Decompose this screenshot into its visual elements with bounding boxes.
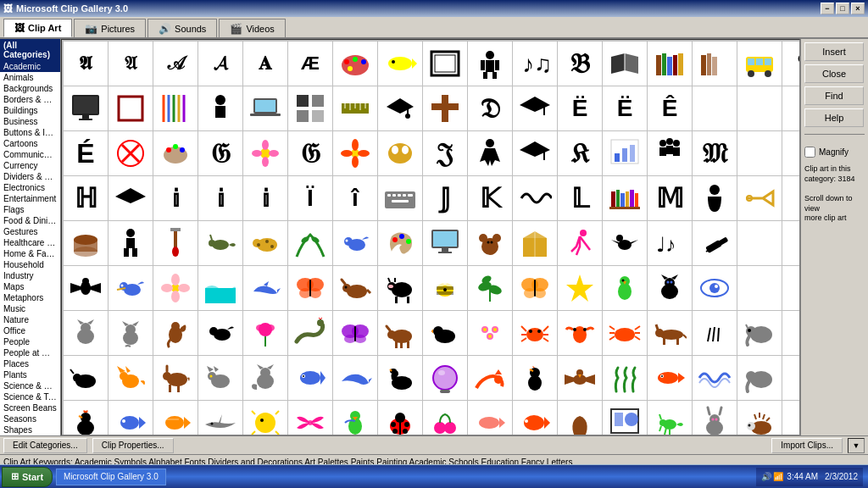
clip-item[interactable] [378,311,422,355]
clip-item[interactable]: 𝓐 [198,42,242,86]
clip-item[interactable] [423,401,467,435]
sidebar-item-shapes[interactable]: Shapes [0,424,60,435]
clip-item[interactable] [648,311,692,355]
sidebar-item-buildings[interactable]: Buildings [0,105,60,116]
clip-item[interactable] [288,266,332,310]
clip-item[interactable]: 𝕚 [243,176,287,220]
clip-item[interactable] [288,311,332,355]
clip-item[interactable] [513,356,557,400]
clip-item[interactable]: ℍ [64,176,108,220]
clip-item[interactable] [108,401,153,435]
clip-item[interactable] [693,356,737,400]
clip-item[interactable] [243,266,287,310]
close-dialog-button[interactable]: Close [804,64,864,83]
clip-item[interactable] [64,401,108,435]
sidebar-item-backgrounds[interactable]: Backgrounds [0,83,60,94]
clip-item[interactable]: 𝒞 [782,42,800,86]
clip-item[interactable] [243,86,287,130]
clip-art-content[interactable]: 𝕬𝔄𝒜𝓐𝐀Æ♪♫𝔅𝒞𝔇ËËÊÉ𝔊𝔊𝔍𝔎𝔐ℍ𝕚𝕚𝕚Ïî𝕁𝕂𝕃𝕄♩♪ [61,39,800,435]
sidebar-item-science-tech[interactable]: Science & Technolo... [0,391,60,402]
sidebar-item-buttons[interactable]: Buttons & Icons [0,127,60,138]
sidebar-item-people[interactable]: People [0,336,60,347]
sidebar-item-dividers[interactable]: Dividers & Decorator [0,171,60,182]
clip-item[interactable] [333,401,377,435]
clip-item[interactable] [243,221,287,265]
sidebar-item-cartoons[interactable]: Cartoons [0,138,60,149]
sidebar-item-places[interactable]: Places [0,358,60,369]
sidebar-item-business[interactable]: Business [0,116,60,127]
clip-item[interactable] [513,86,557,130]
clip-item[interactable] [693,311,737,355]
clip-item[interactable] [693,42,737,86]
clip-item[interactable] [423,221,467,265]
clip-item[interactable] [198,311,242,355]
clip-item[interactable]: Ï [288,176,332,220]
clip-item[interactable]: 𝕄 [648,176,692,220]
clip-item[interactable] [378,356,422,400]
sidebar-item-music[interactable]: Music [0,303,60,314]
sidebar-item-seasons[interactable]: Seasons [0,413,60,424]
magnify-checkbox-container[interactable]: Magnify [804,147,865,158]
clip-item[interactable] [513,176,557,220]
clip-item[interactable] [378,401,422,435]
clip-item[interactable] [693,266,737,310]
clip-item[interactable] [513,131,557,175]
clip-item[interactable] [64,356,108,400]
clip-item[interactable] [782,356,800,400]
clip-item[interactable] [153,86,198,130]
sidebar-item-nature[interactable]: Nature [0,314,60,325]
clip-item[interactable] [468,221,512,265]
clip-item[interactable] [378,176,422,220]
clip-item[interactable] [558,311,602,355]
clip-item[interactable] [468,356,512,400]
clip-item[interactable] [782,401,800,435]
clip-item[interactable] [603,311,647,355]
clip-item[interactable] [782,311,800,355]
clip-item[interactable]: î [333,176,377,220]
insert-button[interactable]: Insert [804,42,864,61]
close-button[interactable]: × [851,3,865,14]
sidebar-item-flags[interactable]: Flags [0,204,60,215]
clip-item[interactable] [782,131,800,175]
clip-item[interactable] [693,176,737,220]
clip-item[interactable] [558,266,602,310]
clip-item[interactable] [153,401,198,435]
clip-item[interactable] [198,356,242,400]
clip-item[interactable] [108,311,153,355]
sidebar-item-office[interactable]: Office [0,325,60,336]
clip-item[interactable]: Æ [288,42,332,86]
clip-item[interactable] [243,131,287,175]
clip-item[interactable] [378,86,422,130]
clip-item[interactable] [288,401,332,435]
clip-item[interactable] [108,266,153,310]
clip-item[interactable]: 𝔅 [558,42,602,86]
clip-item[interactable] [737,131,782,175]
clip-item[interactable] [603,131,647,175]
clip-item[interactable] [333,42,377,86]
clip-item[interactable] [737,266,782,310]
clip-item[interactable]: Ë [558,86,602,130]
clip-item[interactable] [64,266,108,310]
clip-properties-button[interactable]: Clip Properties... [92,438,174,453]
clip-item[interactable] [558,221,602,265]
help-button[interactable]: Help [804,108,864,127]
tab-videos[interactable]: 🎬 Videos [219,19,285,37]
clip-item[interactable] [558,401,602,435]
clip-item[interactable] [64,221,108,265]
clip-item[interactable] [333,311,377,355]
minimize-button[interactable]: − [821,3,834,14]
clip-item[interactable] [198,221,242,265]
sidebar-item-currency[interactable]: Currency [0,160,60,171]
clip-item[interactable] [648,266,692,310]
clip-item[interactable] [198,266,242,310]
clip-item[interactable] [378,266,422,310]
tab-sounds[interactable]: 🔊 Sounds [147,19,217,37]
clip-item[interactable] [423,311,467,355]
clip-item[interactable]: 𝕚 [198,176,242,220]
clip-item[interactable] [423,266,467,310]
sidebar-item-screen-beans[interactable]: Screen Beans [0,402,60,413]
clip-item[interactable]: É [64,131,108,175]
clip-item[interactable]: 𝕬 [64,42,108,86]
clip-item[interactable] [603,42,647,86]
clip-item[interactable] [737,311,782,355]
